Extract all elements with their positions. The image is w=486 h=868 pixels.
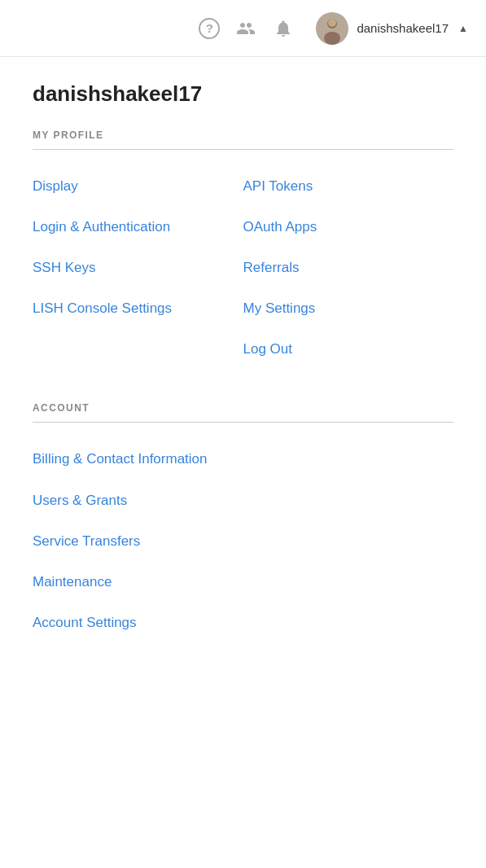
team-icon[interactable] <box>234 17 257 40</box>
oauth-apps-link[interactable]: OAuth Apps <box>243 207 454 248</box>
my-profile-right-col: API Tokens OAuth Apps Referrals My Setti… <box>243 166 454 370</box>
my-profile-grid: Display Login & Authentication SSH Keys … <box>33 166 453 370</box>
avatar <box>316 12 348 45</box>
account-divider <box>33 422 453 423</box>
account-links: Billing & Contact Information Users & Gr… <box>33 439 453 642</box>
svg-point-2 <box>324 32 340 45</box>
ssh-keys-link[interactable]: SSH Keys <box>33 248 243 288</box>
main-content: danishshakeel17 MY PROFILE Display Login… <box>0 57 486 668</box>
my-profile-left-col: Display Login & Authentication SSH Keys … <box>33 166 243 370</box>
profile-username: danishshakeel17 <box>33 81 453 107</box>
top-nav: ? <box>0 0 486 57</box>
billing-link[interactable]: Billing & Contact Information <box>33 439 453 480</box>
my-profile-label: MY PROFILE <box>33 129 453 141</box>
referrals-link[interactable]: Referrals <box>243 248 454 288</box>
maintenance-link[interactable]: Maintenance <box>33 562 453 603</box>
nav-username: danishshakeel17 <box>357 21 449 35</box>
chevron-up-icon: ▲ <box>457 22 470 35</box>
users-grants-link[interactable]: Users & Grants <box>33 480 453 521</box>
log-out-link[interactable]: Log Out <box>243 329 454 370</box>
my-profile-section: MY PROFILE Display Login & Authenticatio… <box>33 129 453 370</box>
my-settings-link[interactable]: My Settings <box>243 288 454 329</box>
svg-point-3 <box>328 19 336 27</box>
login-auth-link[interactable]: Login & Authentication <box>33 207 243 248</box>
api-tokens-link[interactable]: API Tokens <box>243 166 454 207</box>
account-label: ACCOUNT <box>33 402 453 414</box>
help-icon[interactable]: ? <box>199 18 220 39</box>
lish-console-link[interactable]: LISH Console Settings <box>33 288 243 329</box>
account-settings-link[interactable]: Account Settings <box>33 603 453 643</box>
user-section[interactable]: danishshakeel17 ▲ <box>316 12 470 45</box>
service-transfers-link[interactable]: Service Transfers <box>33 521 453 562</box>
display-link[interactable]: Display <box>33 166 243 207</box>
notification-icon[interactable] <box>272 17 295 40</box>
my-profile-divider <box>33 149 453 150</box>
nav-icons: ? <box>199 12 470 45</box>
account-section: ACCOUNT Billing & Contact Information Us… <box>33 402 453 642</box>
